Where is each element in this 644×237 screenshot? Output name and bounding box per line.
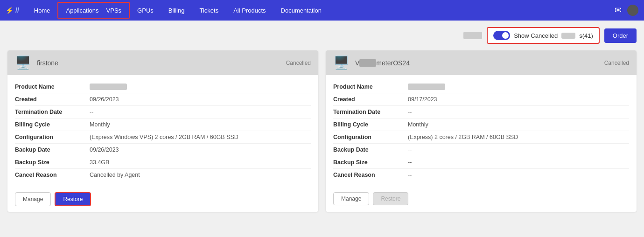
label-backup-size-2: Backup Size: [333, 159, 408, 166]
field-billing-2: Billing Cycle Monthly: [333, 118, 629, 131]
value-billing-1: Monthly: [90, 121, 110, 128]
card-1-status: Cancelled: [286, 60, 311, 66]
field-product-name-2: Product Name: [333, 81, 629, 93]
card-1-footer: Manage Restore: [7, 187, 318, 212]
server-icon-1: 🖥️: [15, 55, 31, 70]
label-created-2: Created: [333, 96, 408, 103]
nav-label-vpss[interactable]: VPSs: [106, 7, 122, 14]
restore-button-1[interactable]: Restore: [55, 192, 91, 206]
value-created-2: 09/17/2023: [408, 96, 437, 103]
card-2-header: 🖥️ VmeterOS24 Cancelled: [326, 50, 637, 75]
value-termination-2: --: [408, 109, 412, 115]
value-backup-date-2: --: [408, 146, 412, 153]
nav-logo-icon: ⚡: [6, 7, 14, 14]
show-cancelled-toggle[interactable]: Show Cancelled s(41): [487, 27, 600, 44]
label-billing-2: Billing Cycle: [333, 121, 408, 128]
toolbar: Show Cancelled s(41) Order: [0, 21, 644, 50]
manage-button-1[interactable]: Manage: [15, 192, 51, 206]
restore-button-2: Restore: [373, 192, 408, 205]
label-backup-date-1: Backup Date: [15, 146, 90, 153]
field-billing-1: Billing Cycle Monthly: [15, 118, 311, 131]
field-cancel-reason-1: Cancel Reason Cancelled by Agent: [15, 169, 311, 181]
field-product-name-1: Product Name: [15, 81, 311, 93]
card-1: 🖥️ firstone Cancelled Product Name Creat…: [7, 50, 318, 212]
mail-icon[interactable]: ✉: [615, 5, 622, 15]
value-backup-size-2: --: [408, 159, 412, 166]
nav-logo: ⚡ //: [6, 7, 19, 14]
label-termination-2: Termination Date: [333, 109, 408, 115]
field-cancel-reason-2: Cancel Reason --: [333, 169, 629, 181]
nav-item-applications-vpss[interactable]: Applications VPSs: [57, 2, 130, 19]
card-2-body: Product Name Created 09/17/2023 Terminat…: [326, 75, 637, 187]
value-backup-size-1: 33.4GB: [90, 159, 109, 166]
field-created-2: Created 09/17/2023: [333, 93, 629, 106]
toggle-switch[interactable]: [493, 31, 510, 40]
label-product-name-2: Product Name: [333, 84, 408, 90]
card-1-body: Product Name Created 09/26/2023 Terminat…: [7, 75, 318, 187]
label-cancel-reason-1: Cancel Reason: [15, 172, 90, 178]
field-created-1: Created 09/26/2023: [15, 93, 311, 106]
value-config-1: (Express Windows VPS) 2 cores / 2GB RAM …: [90, 134, 238, 140]
server-icon-2: 🖥️: [333, 55, 350, 70]
label-billing-1: Billing Cycle: [15, 121, 90, 128]
field-backup-size-2: Backup Size --: [333, 156, 629, 169]
nav-item-home[interactable]: Home: [27, 0, 58, 21]
field-config-2: Configuration (Express) 2 cores / 2GB RA…: [333, 131, 629, 144]
nav-logo-slashes: //: [15, 7, 19, 14]
field-backup-date-2: Backup Date --: [333, 144, 629, 156]
value-backup-date-1: 09/26/2023: [90, 146, 119, 153]
value-cancel-reason-2: --: [408, 172, 412, 178]
nav-items: Home Applications VPSs GPUs Billing Tick…: [27, 0, 615, 21]
count-blurred: [561, 33, 575, 39]
nav-label-applications[interactable]: Applications: [66, 7, 98, 14]
page-user-label: [463, 32, 482, 39]
count-label: s(41): [579, 32, 593, 39]
nav-right: ✉: [615, 5, 638, 16]
card-2-title-blurred: [359, 59, 376, 67]
card-1-header: 🖥️ firstone Cancelled: [7, 50, 318, 75]
card-2-title: VmeterOS24: [355, 59, 599, 67]
label-config-1: Configuration: [15, 134, 90, 140]
nav-item-billing[interactable]: Billing: [161, 0, 192, 21]
card-2: 🖥️ VmeterOS24 Cancelled Product Name Cre…: [326, 50, 637, 212]
nav-item-documentation[interactable]: Documentation: [273, 0, 329, 21]
label-backup-date-2: Backup Date: [333, 146, 408, 153]
label-created-1: Created: [15, 96, 90, 103]
value-termination-1: --: [90, 109, 93, 115]
field-backup-size-1: Backup Size 33.4GB: [15, 156, 311, 169]
field-termination-2: Termination Date --: [333, 106, 629, 118]
nav-item-gpus[interactable]: GPUs: [130, 0, 161, 21]
user-icon[interactable]: [627, 5, 638, 16]
show-cancelled-label: Show Cancelled: [514, 32, 558, 39]
main-content: 🖥️ firstone Cancelled Product Name Creat…: [0, 50, 644, 219]
label-cancel-reason-2: Cancel Reason: [333, 172, 408, 178]
field-backup-date-1: Backup Date 09/26/2023: [15, 144, 311, 156]
cards-row: 🖥️ firstone Cancelled Product Name Creat…: [7, 50, 637, 212]
label-backup-size-1: Backup Size: [15, 159, 90, 166]
value-created-1: 09/26/2023: [90, 96, 119, 103]
navbar: ⚡ // Home Applications VPSs GPUs Billing…: [0, 0, 644, 21]
label-termination-1: Termination Date: [15, 109, 90, 115]
value-product-name-1: [90, 84, 127, 90]
card-1-title: firstone: [37, 59, 280, 67]
manage-button-2[interactable]: Manage: [333, 192, 369, 205]
field-termination-1: Termination Date --: [15, 106, 311, 118]
value-cancel-reason-1: Cancelled by Agent: [90, 172, 140, 178]
nav-item-all-products[interactable]: All Products: [226, 0, 273, 21]
value-product-name-2: [408, 84, 445, 90]
order-button[interactable]: Order: [604, 28, 637, 43]
label-product-name-1: Product Name: [15, 84, 90, 90]
nav-item-tickets[interactable]: Tickets: [192, 0, 226, 21]
card-2-footer: Manage Restore: [326, 187, 637, 211]
value-billing-2: Monthly: [408, 121, 428, 128]
field-config-1: Configuration (Express Windows VPS) 2 co…: [15, 131, 311, 144]
value-config-2: (Express) 2 cores / 2GB RAM / 60GB SSD: [408, 134, 518, 140]
label-config-2: Configuration: [333, 134, 408, 140]
card-2-status: Cancelled: [604, 60, 629, 66]
